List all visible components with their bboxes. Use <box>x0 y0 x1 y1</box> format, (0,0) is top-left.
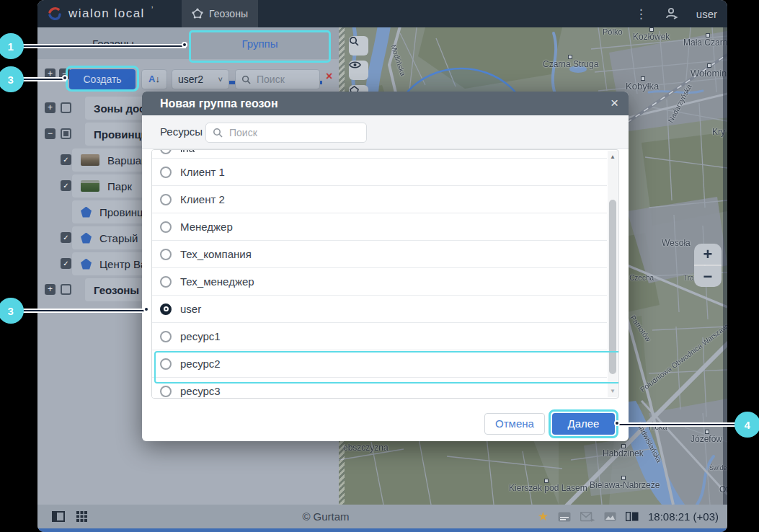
row-label: Старый <box>99 232 138 244</box>
map-place-label: Habdzinek <box>603 448 644 458</box>
modal-resource-row[interactable]: Тех_компания <box>152 241 607 268</box>
pentagon-icon <box>81 207 92 218</box>
map-place-label: Pólko <box>603 27 623 36</box>
expander-plus-icon[interactable]: + <box>45 102 56 113</box>
resource-row-inner: ресурс2 <box>152 350 607 377</box>
eye-icon <box>349 61 361 69</box>
modal-resource-row[interactable]: Менеджер <box>152 213 607 241</box>
checkbox-partial[interactable] <box>61 128 71 139</box>
resource-name: Тех_компания <box>180 248 252 260</box>
modal-resource-row[interactable]: Клиент 2 <box>152 186 607 213</box>
checkbox-checked[interactable]: ✓ <box>61 232 71 243</box>
modal-resource-row[interactable]: user <box>152 296 607 323</box>
dialog-toolbar: Ресурсы <box>142 115 629 149</box>
radio-button[interactable] <box>160 303 172 315</box>
map-search-button[interactable] <box>349 36 368 56</box>
callout-badge-3: 3 <box>0 298 24 324</box>
image-icon[interactable] <box>604 512 616 521</box>
checkbox-checked[interactable]: ✓ <box>61 154 71 165</box>
dialog-footer: Отмена Далее <box>142 399 629 441</box>
app-tab-geofences[interactable]: Геозоны <box>182 0 258 27</box>
zoom-in-button[interactable]: + <box>694 244 722 265</box>
dialog-title: Новая группа геозон <box>160 97 278 110</box>
radio-button[interactable] <box>160 194 172 205</box>
resource-row-inner: Тех_менеджер <box>152 268 607 295</box>
modal-resource-row[interactable]: ресурс2 <box>152 350 607 378</box>
close-icon[interactable]: × <box>611 95 618 111</box>
radio-button[interactable] <box>160 358 172 370</box>
map-place-label: Patriotów <box>629 314 652 342</box>
radio-button[interactable] <box>160 276 172 288</box>
row-label: Парк <box>107 180 132 192</box>
new-geofence-group-dialog: Новая группа геозон × Ресурсы inaКлиент … <box>142 92 629 441</box>
resource-name: Клиент 2 <box>180 193 225 205</box>
next-button[interactable]: Далее <box>552 413 615 435</box>
checkbox-unchecked[interactable] <box>61 102 71 113</box>
expander-plus-icon[interactable]: + <box>45 284 56 295</box>
scrollbar[interactable]: ▲ ▼ <box>608 151 618 397</box>
feed-icon[interactable] <box>558 512 571 522</box>
mail-icon[interactable] <box>580 512 595 522</box>
map-right-shade <box>723 27 727 505</box>
resource-list: inaКлиент 1Клиент 2МенеджерТех_компанияТ… <box>151 149 619 399</box>
layout-icon[interactable] <box>626 512 639 521</box>
modal-resource-row[interactable]: Тех_менеджер <box>152 268 607 296</box>
checkbox-checked[interactable]: ✓ <box>61 258 71 269</box>
resource-row-inner: Тех_компания <box>152 241 607 267</box>
radio-button[interactable] <box>160 167 172 178</box>
cancel-button[interactable]: Отмена <box>484 413 545 435</box>
kebab-menu-icon[interactable]: ⋮ <box>635 6 647 22</box>
scroll-up-arrow[interactable]: ▲ <box>608 154 618 160</box>
bottom-right-icons: ★ 18:08:21 (+03) <box>538 505 719 528</box>
screenshot-canvas: wialon local ʼ Геозоны ⋮ us <box>0 0 759 532</box>
resource-name: user <box>180 303 201 315</box>
map-place-label: Wołomin <box>691 68 727 79</box>
map-place-label: Kobyłka <box>626 81 659 92</box>
apps-grid-icon[interactable] <box>76 511 87 522</box>
star-icon[interactable]: ★ <box>538 509 549 524</box>
map-place-label: ebszczyzna <box>343 443 389 453</box>
zoom-out-button[interactable]: − <box>694 266 722 287</box>
checkbox-checked[interactable]: ✓ <box>61 180 71 191</box>
panel-toggle-icon[interactable] <box>52 511 65 522</box>
resource-name: ресурс3 <box>180 385 221 397</box>
modal-resource-row[interactable]: ina <box>152 150 607 159</box>
callout-badge-4: 4 <box>734 412 759 438</box>
dialog-search-input[interactable] <box>228 126 343 139</box>
row-label: Центр Ва <box>99 258 146 270</box>
bottom-accent-strip <box>37 528 727 532</box>
map-visibility-button[interactable] <box>349 61 368 80</box>
radio-button[interactable] <box>160 386 172 397</box>
pentagon-icon <box>81 233 92 244</box>
resource-name: ресурс2 <box>180 358 221 370</box>
photo-warsaw-icon <box>81 154 99 166</box>
user-switch-icon[interactable] <box>665 6 679 21</box>
modal-resource-row[interactable]: ресурс3 <box>152 378 607 399</box>
radio-button[interactable] <box>160 221 172 233</box>
radio-button[interactable] <box>160 331 172 342</box>
resources-label: Ресурсы <box>160 125 203 138</box>
search-icon <box>349 36 359 46</box>
scroll-down-arrow[interactable]: ▼ <box>608 388 618 394</box>
current-user-label[interactable]: user <box>696 8 717 20</box>
scrollbar-thumb[interactable] <box>609 200 616 374</box>
expander-minus-icon[interactable]: − <box>45 128 56 139</box>
map-place-label: Mała Czarna <box>683 37 727 48</box>
resource-name: ресурс1 <box>180 330 221 342</box>
map-place-label: Bielawa-Nabrzeże <box>590 480 660 490</box>
radio-button[interactable] <box>160 150 172 154</box>
resource-row-inner: user <box>152 296 607 322</box>
wialon-logo-icon <box>48 6 62 21</box>
map-place-label: nicka <box>649 422 667 431</box>
dialog-search-box[interactable] <box>205 123 367 143</box>
radio-button[interactable] <box>160 249 172 260</box>
bottom-left-icons <box>52 505 87 528</box>
resource-row-inner: ресурс1 <box>152 323 607 350</box>
checkbox-unchecked[interactable] <box>61 284 71 295</box>
map-place-label: Kozłówek <box>633 32 670 42</box>
map-place-label: Modlińska <box>389 43 407 76</box>
modal-resource-row[interactable]: Клиент 1 <box>152 159 607 186</box>
modal-resource-row[interactable]: ресурс1 <box>152 323 607 350</box>
geofence-icon <box>192 8 203 19</box>
row-label: Провинц <box>99 206 143 218</box>
